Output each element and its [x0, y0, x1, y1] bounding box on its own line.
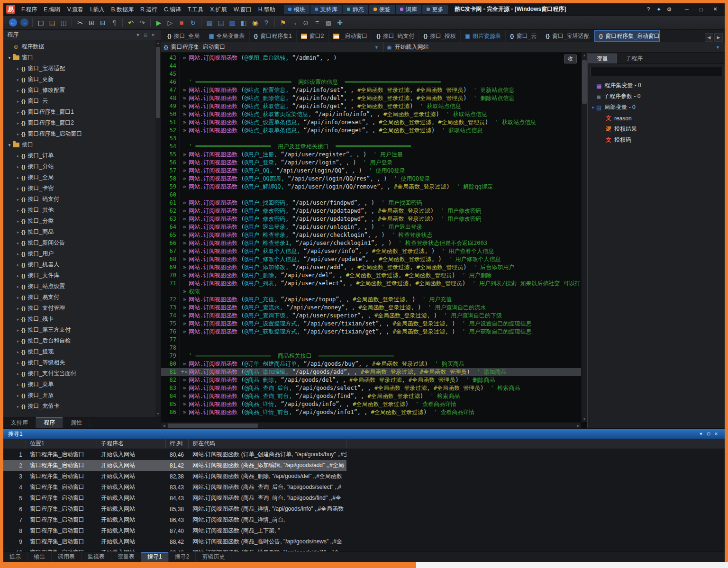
- chevron-collapsed-icon[interactable]: ▸: [15, 110, 21, 115]
- run-icon[interactable]: ▶: [153, 17, 164, 28]
- code-line-81[interactable]: 81+»网站.订阅视图函数 (@商品_添加编辑, “/api/goods/add…: [161, 368, 581, 376]
- chevron-collapsed-icon[interactable]: ▸: [15, 121, 21, 126]
- tree-item[interactable]: ▸{}窗口_宝塔适配: [3, 63, 161, 74]
- menu-item[interactable]: F.程序: [18, 4, 40, 15]
- output-tab-搜寻2[interactable]: 搜寻2: [169, 552, 196, 562]
- chevron-collapsed-icon[interactable]: ▸: [15, 328, 21, 333]
- tree-item[interactable]: ▸{}接口_卡密: [3, 183, 161, 194]
- search-result-row[interactable]: 9窗口程序集_启动窗口开始载入网站88,42网站.订阅视图函数 (商品_临时公告…: [3, 536, 346, 547]
- file-tab[interactable]: ▣图片资源表: [461, 30, 506, 42]
- menu-item[interactable]: V.查看: [64, 4, 87, 15]
- variables-tree-item[interactable]: 逻授权结果: [588, 124, 725, 135]
- tree-item[interactable]: ▸{}接口_支付管理: [3, 303, 161, 314]
- code-line-45[interactable]: 45: [161, 70, 581, 78]
- help-icon[interactable]: ?: [643, 5, 654, 14]
- pin-icon[interactable]: ⊡: [142, 30, 149, 40]
- tree-item[interactable]: ▸{}接口_新闻公告: [3, 237, 161, 248]
- tree-item[interactable]: ▸{}窗口_修改配置: [3, 85, 161, 96]
- file-tab[interactable]: {}接口_全局: [163, 30, 204, 42]
- chevron-down-icon[interactable]: ▼: [373, 45, 381, 50]
- quick-menu-item[interactable]: 便签: [369, 5, 395, 14]
- code-editor[interactable]: 收 43»网站.订阅视图函数 (@视图_后台跳转, “/admin”, , )4…: [161, 53, 587, 428]
- scroll-down-icon[interactable]: ▼: [582, 416, 587, 422]
- pin-icon[interactable]: ⊙: [300, 17, 311, 28]
- minimize-button[interactable]: ─: [680, 5, 693, 14]
- tree-item[interactable]: ▾接口: [3, 139, 161, 150]
- sidebar-tab-程序[interactable]: 程序: [36, 417, 63, 428]
- format-icon[interactable]: ¶: [109, 17, 120, 28]
- file-tab[interactable]: {}窗口_宝塔适配: [541, 30, 594, 42]
- code-line-60[interactable]: 60: [161, 191, 581, 199]
- recompile-icon[interactable]: ↻: [187, 17, 199, 28]
- file-tab[interactable]: {}窗口_云: [506, 30, 541, 42]
- variables-tree-item[interactable]: 文reason: [588, 113, 725, 124]
- structure-icon[interactable]: ▩: [323, 17, 334, 28]
- code-line-80[interactable]: 80»网站.订阅视图函数 (@订单_创建商品订单, “/api/goods/bu…: [161, 360, 581, 368]
- code-line-73[interactable]: 73»网站.订阅视图函数 (@用户_查流水, “/api/user/money”…: [161, 304, 581, 312]
- chevron-collapsed-icon[interactable]: ▸: [15, 230, 21, 234]
- file-tab[interactable]: ▦全局变量表: [204, 30, 249, 42]
- search-result-row[interactable]: 4窗口程序集_启动窗口开始载入网站83,43网站.订阅视图函数 (商品_查询_后…: [3, 482, 346, 493]
- maximize-button[interactable]: □: [694, 5, 708, 14]
- chevron-collapsed-icon[interactable]: ▸: [15, 339, 21, 343]
- code-line-58[interactable]: 58»网站.订阅视图函数 (@用户_QQ回调, “/api/user/login…: [161, 175, 581, 183]
- editor-vscroll-thumb[interactable]: [582, 60, 587, 104]
- search-result-row[interactable]: 10窗口程序集_启动窗口开始载入网站89,42网站.订阅视图函数 (商品_批量删…: [3, 547, 346, 551]
- sidebar-tab-支持库[interactable]: 支持库: [3, 417, 36, 428]
- chevron-collapsed-icon[interactable]: ▸: [15, 219, 21, 224]
- chevron-collapsed-icon[interactable]: ▸: [15, 361, 21, 365]
- tree-item[interactable]: ▸{}窗口程序集_启动窗口: [3, 128, 161, 139]
- variables-tree-item[interactable]: 文授权码: [588, 135, 725, 145]
- tools-icon[interactable]: ✚: [334, 17, 346, 28]
- tree-item[interactable]: ▸{}接口_充值卡: [3, 401, 161, 412]
- chevron-collapsed-icon[interactable]: ▸: [15, 175, 21, 180]
- scope-dropdown[interactable]: {} 窗口程序集_启动窗口 ▼: [161, 42, 384, 52]
- tree-item[interactable]: ▸{}接口_菜单: [3, 379, 161, 390]
- search-column-header[interactable]: [3, 439, 26, 449]
- search-result-row[interactable]: 7窗口程序集_启动窗口开始载入网站86,43网站.订阅视图函数 (商品_详情_前…: [3, 514, 346, 525]
- tree-item[interactable]: ▸{}接口_文件库: [3, 270, 161, 281]
- code-line-75[interactable]: 75»网站.订阅视图函数 (@用户_设置提现方式, “/api/user/tix…: [161, 320, 581, 328]
- code-line-67[interactable]: 67»网站.订阅视图函数 (@用户_获取个人信息, “/api/user/inf…: [161, 247, 581, 255]
- split-view-icon[interactable]: ◧: [238, 17, 249, 28]
- chevron-collapsed-icon[interactable]: ▸: [15, 186, 21, 191]
- chevron-expanded-icon[interactable]: ▾: [6, 55, 13, 60]
- chevron-collapsed-icon[interactable]: ▸: [15, 77, 21, 82]
- code-line-56[interactable]: 56»网站.订阅视图函数 (@用户_登录, “/api/user/login”,…: [161, 159, 581, 167]
- file-tab[interactable]: {}窗口程序集_启动窗口: [594, 30, 660, 42]
- menu-item[interactable]: C.编译: [161, 4, 184, 15]
- menu-item[interactable]: B.数据库: [108, 4, 137, 15]
- code-line-62[interactable]: 62»网站.订阅视图函数 (@用户_修改密码, “/api/user/updat…: [161, 207, 581, 215]
- search-column-header[interactable]: 行,列: [166, 439, 189, 449]
- variables-tree-item[interactable]: ≣子程序参数 - 0: [588, 91, 725, 102]
- quick-menu-item[interactable]: 静态: [343, 5, 368, 14]
- chevron-collapsed-icon[interactable]: ▸: [15, 306, 21, 311]
- copy-icon[interactable]: ⊞: [86, 17, 97, 28]
- output-tab-监视表[interactable]: 监视表: [82, 552, 111, 562]
- search-result-row[interactable]: 1窗口程序集_启动窗口开始载入网站80,46网站.订阅视图函数 (订单_创建商品…: [3, 449, 346, 460]
- code-line-64[interactable]: 64»网站.订阅视图函数 (@用户_退出登录, “/api/user/unlog…: [161, 223, 581, 231]
- variables-tab-子程序[interactable]: 子程序: [617, 54, 651, 63]
- code-line-50[interactable]: 50»网站.订阅视图函数 (@站点_获取首页渲染信息, “/api/info/i…: [161, 110, 581, 118]
- list-view-icon[interactable]: ▤: [215, 17, 227, 28]
- code-line-86[interactable]: 86»网站.订阅视图函数 (@商品_详情_前台, “/api/goods/inf…: [161, 408, 581, 416]
- redo-icon[interactable]: ↷: [136, 17, 148, 28]
- column-view-icon[interactable]: ▥: [227, 17, 238, 28]
- tree-item[interactable]: ▸{}接口_订单: [3, 150, 161, 161]
- code-line-48[interactable]: 48»网站.订阅视图函数 (@站点_删除信息, “/api/info/del”,…: [161, 94, 581, 102]
- quick-menu-item[interactable]: 支持库: [310, 5, 342, 14]
- code-line-82[interactable]: 82»网站.订阅视图函数 (@商品_删除, “/api/goods/del”, …: [161, 376, 581, 384]
- chevron-collapsed-icon[interactable]: ▸: [15, 197, 21, 202]
- file-tab[interactable]: {}接口_码支付: [372, 30, 419, 42]
- tree-item[interactable]: ▸{}接口_机器人: [3, 259, 161, 270]
- code-line-65[interactable]: 65»网站.订阅视图函数 (@用户_检查登录, “/api/user/check…: [161, 231, 581, 239]
- cut-icon[interactable]: ✂: [74, 17, 86, 28]
- tree-item[interactable]: ▸{}窗口_更新: [3, 74, 161, 85]
- output-tab-变量表[interactable]: 变量表: [111, 552, 141, 562]
- code-line-wrap[interactable]: »权限: [161, 288, 581, 296]
- tree-item[interactable]: ▸{}接口_全局: [3, 172, 161, 183]
- tree-item[interactable]: ▸{}窗口程序集_窗口2: [3, 117, 161, 128]
- code-line-43[interactable]: 43»网站.订阅视图函数 (@视图_后台跳转, “/admin”, , ): [161, 54, 581, 62]
- plugin-icon[interactable]: ✦: [654, 5, 664, 14]
- menu-item[interactable]: R.运行: [137, 4, 161, 15]
